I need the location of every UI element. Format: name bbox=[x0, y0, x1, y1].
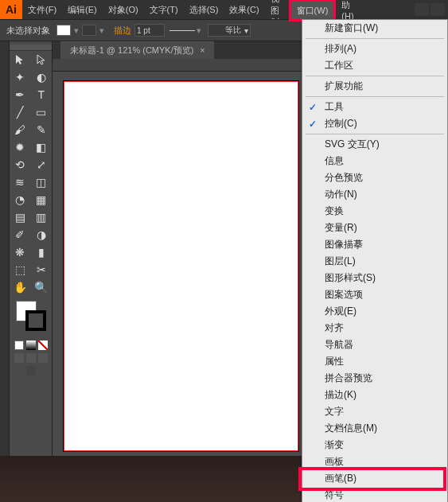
menu-flattener[interactable]: 拼合器预览 bbox=[302, 370, 447, 387]
gradient-mode-icon[interactable] bbox=[26, 341, 36, 350]
stroke-style-preview[interactable] bbox=[169, 30, 195, 31]
menu-doc-info[interactable]: 文档信息(M) bbox=[302, 420, 447, 437]
rectangle-tool[interactable]: ▭ bbox=[31, 103, 53, 121]
none-mode-icon[interactable] bbox=[38, 341, 48, 350]
menu-appearance[interactable]: 外观(E) bbox=[302, 303, 447, 320]
check-icon: ✓ bbox=[309, 102, 317, 113]
draw-behind-icon[interactable] bbox=[26, 353, 36, 363]
draw-inside-icon[interactable] bbox=[38, 353, 48, 363]
menu-effect[interactable]: 效果(C) bbox=[224, 0, 264, 19]
toolbox-grip[interactable] bbox=[10, 45, 52, 51]
toolbox: ✦ ◐ ✒ T ╱ ▭ 🖌 ✎ ✹ ◧ ⟲ ⤢ ≋ ◫ ◔ ▦ ▤ ▥ ✐ ◑ … bbox=[10, 41, 53, 500]
pen-tool[interactable]: ✒ bbox=[10, 86, 31, 103]
type-tool[interactable]: T bbox=[31, 86, 53, 103]
slice-tool[interactable]: ✂ bbox=[31, 261, 53, 278]
blend-tool[interactable]: ◑ bbox=[31, 226, 53, 243]
menu-brushes[interactable]: 画笔(B) bbox=[302, 470, 447, 487]
stroke-weight-input[interactable] bbox=[134, 24, 165, 37]
fill-dropdown-icon[interactable]: ▾ bbox=[72, 25, 80, 36]
menu-extensions[interactable]: 扩展功能 bbox=[302, 78, 447, 95]
menu-info[interactable]: 信息 bbox=[302, 153, 447, 169]
artboard-tool[interactable]: ⬚ bbox=[10, 261, 31, 278]
artboard[interactable] bbox=[64, 81, 298, 451]
menu-variables[interactable]: 变量(R) bbox=[302, 220, 447, 236]
scale-tool[interactable]: ⤢ bbox=[31, 156, 53, 173]
menu-tools[interactable]: ✓工具 bbox=[302, 99, 447, 115]
pencil-tool[interactable]: ✎ bbox=[31, 121, 53, 138]
fill-swatch[interactable] bbox=[56, 25, 71, 36]
menu-window[interactable]: 窗口(W) bbox=[289, 0, 337, 21]
menu-stroke[interactable]: 描边(K) bbox=[302, 387, 447, 403]
menu-view[interactable]: 视图(V bbox=[265, 0, 289, 19]
menu-gradient[interactable]: 渐变 bbox=[302, 437, 447, 453]
blob-brush-tool[interactable]: ✹ bbox=[10, 138, 31, 156]
hand-tool[interactable]: ✋ bbox=[10, 278, 31, 296]
menu-pattern-options[interactable]: 图案选项 bbox=[302, 286, 447, 303]
lasso-tool[interactable]: ◐ bbox=[31, 68, 53, 86]
eraser-tool[interactable]: ◧ bbox=[31, 138, 53, 156]
eyedropper-tool[interactable]: ✐ bbox=[10, 226, 31, 243]
menu-type[interactable]: 文字 bbox=[302, 403, 447, 420]
free-transform-tool[interactable]: ◫ bbox=[31, 173, 53, 191]
stroke-swatch[interactable] bbox=[82, 25, 96, 36]
check-icon: ✓ bbox=[309, 119, 317, 130]
menu-file[interactable]: 文件(F) bbox=[22, 0, 62, 19]
width-tool[interactable]: ≋ bbox=[10, 173, 31, 191]
menu-navigator[interactable]: 导航器 bbox=[302, 337, 447, 353]
selection-tool[interactable] bbox=[10, 51, 31, 68]
paintbrush-tool[interactable]: 🖌 bbox=[10, 121, 31, 138]
direct-selection-tool[interactable] bbox=[31, 51, 53, 68]
draw-normal-icon[interactable] bbox=[14, 353, 24, 363]
rotate-tool[interactable]: ⟲ bbox=[10, 156, 31, 173]
menu-svg-interact[interactable]: SVG 交互(Y) bbox=[302, 136, 447, 153]
close-icon[interactable]: × bbox=[200, 46, 205, 55]
stroke-style-dropdown-icon[interactable]: ▾ bbox=[195, 25, 203, 36]
menu-control[interactable]: ✓控制(C) bbox=[302, 115, 447, 132]
arrange-icon[interactable] bbox=[430, 3, 445, 16]
menu-actions[interactable]: 动作(N) bbox=[302, 186, 447, 203]
menu-align[interactable]: 对齐 bbox=[302, 320, 447, 337]
fill-stroke-indicator[interactable] bbox=[10, 296, 52, 339]
zoom-tool[interactable]: 🔍 bbox=[31, 278, 53, 296]
menu-arrange[interactable]: 排列(A) bbox=[302, 41, 447, 57]
graph-tool[interactable]: ▮ bbox=[31, 243, 53, 261]
color-mode-icon[interactable] bbox=[14, 341, 24, 350]
symbol-sprayer-tool[interactable]: ❋ bbox=[10, 243, 31, 261]
menu-new-window[interactable]: 新建窗口(W) bbox=[302, 20, 447, 37]
menubar: Ai 文件(F) 编辑(E) 对象(O) 文字(T) 选择(S) 效果(C) 视… bbox=[0, 0, 448, 19]
menu-sep-preview[interactable]: 分色预览 bbox=[302, 169, 447, 186]
menu-object[interactable]: 对象(O) bbox=[103, 0, 144, 19]
perspective-tool[interactable]: ▦ bbox=[31, 191, 53, 208]
line-tool[interactable]: ╱ bbox=[10, 103, 31, 121]
menu-artboards[interactable]: 画板 bbox=[302, 453, 447, 470]
menu-attributes[interactable]: 属性 bbox=[302, 353, 447, 370]
selection-status: 未选择对象 bbox=[6, 25, 50, 37]
gradient-tool[interactable]: ▥ bbox=[31, 208, 53, 226]
left-dock[interactable] bbox=[0, 41, 10, 500]
document-tab[interactable]: 未标题-1 @ 121% (CMYK/预览) × bbox=[60, 41, 214, 59]
profile-select[interactable]: 等比▾ bbox=[208, 24, 251, 37]
menu-select[interactable]: 选择(S) bbox=[184, 0, 224, 19]
magic-wand-tool[interactable]: ✦ bbox=[10, 68, 31, 86]
stroke-label[interactable]: 描边 bbox=[114, 25, 131, 37]
screen-mode-icon[interactable] bbox=[26, 366, 36, 376]
stroke-dropdown-icon[interactable]: ▾ bbox=[98, 25, 106, 36]
menu-workspace[interactable]: 工作区 bbox=[302, 57, 447, 74]
app-logo: Ai bbox=[0, 0, 22, 19]
menu-layers[interactable]: 图层(L) bbox=[302, 253, 447, 270]
menu-symbols[interactable]: 符号 bbox=[302, 487, 447, 502]
stroke-indicator[interactable] bbox=[25, 310, 46, 331]
menu-help[interactable]: 助(H) bbox=[336, 0, 360, 19]
layout-icon[interactable] bbox=[415, 3, 429, 16]
window-menu-dropdown: 新建窗口(W) 排列(A) 工作区 扩展功能 ✓工具 ✓控制(C) SVG 交互… bbox=[302, 19, 448, 502]
menubar-right bbox=[413, 3, 445, 16]
menu-transform[interactable]: 变换 bbox=[302, 203, 447, 220]
mesh-tool[interactable]: ▤ bbox=[10, 208, 31, 226]
menu-image-trace[interactable]: 图像描摹 bbox=[302, 236, 447, 253]
document-tab-title: 未标题-1 @ 121% (CMYK/预览) bbox=[70, 45, 193, 56]
shape-builder-tool[interactable]: ◔ bbox=[10, 191, 31, 208]
menu-graphic-styles[interactable]: 图形样式(S) bbox=[302, 270, 447, 286]
menu-edit[interactable]: 编辑(E) bbox=[62, 0, 103, 19]
menu-text[interactable]: 文字(T) bbox=[144, 0, 184, 19]
